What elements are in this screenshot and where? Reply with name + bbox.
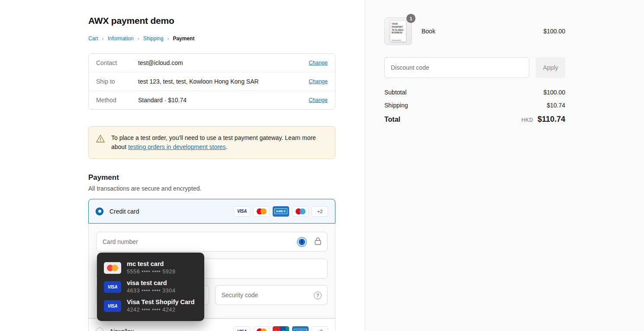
payment-method-credit-card[interactable]: Credit card VISA AMEX +2 — [88, 199, 335, 224]
apply-discount-button[interactable]: Apply — [536, 57, 565, 78]
method-label: Method — [96, 97, 138, 104]
breadcrumb-cart[interactable]: Cart — [88, 36, 98, 42]
credit-card-radio-selected[interactable] — [96, 208, 103, 215]
chevron-right-icon: › — [167, 36, 169, 41]
more-cards-badge: +2 — [312, 206, 328, 217]
autofill-card-title: visa test card — [127, 279, 175, 287]
testing-orders-link[interactable]: testing orders in development stores — [128, 143, 226, 150]
chevron-right-icon: › — [102, 36, 104, 41]
payment-section-title: Payment — [88, 173, 335, 182]
credit-card-brand-badges: VISA AMEX +2 — [234, 206, 328, 217]
shipping-row: Shipping $10.74 — [384, 102, 565, 109]
warning-triangle-icon — [96, 134, 105, 152]
banner-text: To place a test order, you’ll need to us… — [111, 133, 328, 152]
airwallex-brand-badges: VISA UnionPay AMEX +2 — [234, 326, 328, 331]
visa-icon: VISA — [104, 300, 121, 312]
autofill-item-text: Visa Test Shopify Card 4242 •••• •••• 42… — [127, 299, 195, 313]
discount-code-input[interactable] — [384, 57, 529, 78]
card-number-field-icons — [297, 232, 322, 251]
autofill-item-text: visa test card 4633 •••• •••• 3304 — [127, 279, 175, 294]
autofill-card-title: Visa Test Shopify Card — [127, 299, 195, 306]
visa-icon: VISA — [104, 281, 121, 293]
subtotal-value: $100.00 — [543, 89, 565, 96]
breadcrumb-shipping[interactable]: Shipping — [143, 36, 164, 42]
card-number-field — [96, 232, 328, 252]
ship-to-value: test 123, test, test, Kowloon Hong Kong … — [138, 78, 309, 85]
change-ship-to-link[interactable]: Change — [309, 78, 328, 84]
autofill-card-number: 4242 •••• •••• 4242 — [127, 307, 195, 313]
product-name: Book — [422, 28, 543, 35]
payment-section-subtitle: All transactions are secure and encrypte… — [88, 185, 335, 192]
mastercard-badge-icon — [253, 326, 270, 331]
password-manager-autofill-dropdown: mc test card 5556 •••• •••• 5928 VISA vi… — [97, 253, 204, 321]
autofill-item-mc-test-card[interactable]: mc test card 5556 •••• •••• 5928 — [97, 258, 204, 277]
maestro-badge-icon — [292, 206, 309, 217]
visa-badge-icon: VISA — [234, 326, 250, 331]
security-code-field: ? — [215, 285, 328, 305]
unionpay-badge-icon: UnionPay — [273, 326, 289, 331]
autofill-item-visa-test-shopify-card[interactable]: VISA Visa Test Shopify Card 4242 •••• ••… — [97, 296, 204, 315]
subtotal-row: Subtotal $100.00 — [384, 89, 565, 96]
more-cards-badge: +2 — [312, 326, 328, 331]
quantity-badge: 1 — [406, 14, 415, 23]
totals-section: Subtotal $100.00 Shipping $10.74 Total H… — [384, 89, 565, 124]
summary-row-method: Method Standard · $10.74 Change — [89, 91, 335, 109]
total-value: $110.74 — [538, 115, 565, 124]
change-method-link[interactable]: Change — [309, 97, 328, 103]
summary-row-ship-to: Ship to test 123, test, test, Kowloon Ho… — [89, 72, 335, 91]
cart-line-item: Your Passport to Global Business 1 Book … — [384, 17, 565, 45]
autofill-item-visa-test-card[interactable]: VISA visa test card 4633 •••• •••• 3304 — [97, 277, 204, 296]
order-info-summary-card: Contact test@icloud.com Change Ship to t… — [88, 53, 335, 110]
autofill-card-number: 4633 •••• •••• 3304 — [127, 288, 175, 294]
amex-badge-icon: AMEX — [273, 206, 289, 217]
summary-row-contact: Contact test@icloud.com Change — [89, 54, 335, 72]
total-label: Total — [384, 116, 400, 123]
credit-card-label: Credit card — [109, 208, 234, 215]
shipping-label: Shipping — [384, 102, 408, 109]
book-cover-image: Your Passport to Global Business — [390, 21, 406, 42]
visa-badge-icon: VISA — [234, 206, 250, 217]
shipping-value: $10.74 — [547, 102, 565, 109]
currency-code: HKD — [522, 117, 533, 123]
lock-icon — [314, 237, 322, 247]
contact-value: test@icloud.com — [138, 59, 309, 66]
airwallex-radio-unselected[interactable] — [96, 328, 103, 331]
payment-methods: Credit card VISA AMEX +2 — [88, 199, 335, 331]
breadcrumb-information[interactable]: Information — [108, 36, 134, 42]
airwallex-label: Airwallex — [109, 328, 234, 331]
password-manager-icon[interactable] — [297, 237, 307, 247]
autofill-item-text: mc test card 5556 •••• •••• 5928 — [127, 260, 175, 275]
security-code-input[interactable] — [216, 286, 328, 305]
amex-badge-icon: AMEX — [292, 326, 309, 331]
autofill-card-title: mc test card — [127, 260, 175, 268]
subtotal-label: Subtotal — [384, 89, 406, 96]
discount-code-row: Apply — [384, 57, 565, 78]
product-thumbnail: Your Passport to Global Business 1 — [384, 17, 412, 45]
mastercard-icon — [104, 262, 121, 274]
contact-label: Contact — [96, 59, 138, 66]
ship-to-label: Ship to — [96, 78, 138, 85]
breadcrumb-payment-current: Payment — [173, 36, 194, 42]
breadcrumb: Cart › Information › Shipping › Payment — [88, 36, 335, 42]
page-title: AWX payment demo — [88, 16, 335, 26]
checkout-main: AWX payment demo Cart › Information › Sh… — [0, 0, 365, 331]
order-summary-sidebar: Your Passport to Global Business 1 Book … — [365, 0, 644, 331]
chevron-right-icon: › — [138, 36, 139, 41]
banner-text-after: . — [226, 143, 228, 150]
card-number-input[interactable] — [97, 232, 327, 251]
product-price: $100.00 — [543, 28, 565, 35]
book-cover-text: Your Passport to Global Business — [392, 23, 405, 35]
test-order-warning-banner: To place a test order, you’ll need to us… — [88, 126, 335, 159]
autofill-card-number: 5556 •••• •••• 5928 — [127, 269, 175, 275]
method-value: Standard · $10.74 — [138, 97, 309, 104]
total-row: Total HKD $110.74 — [384, 115, 565, 124]
change-contact-link[interactable]: Change — [309, 60, 328, 66]
security-code-help-icon[interactable]: ? — [314, 292, 322, 299]
mastercard-badge-icon — [253, 206, 270, 217]
